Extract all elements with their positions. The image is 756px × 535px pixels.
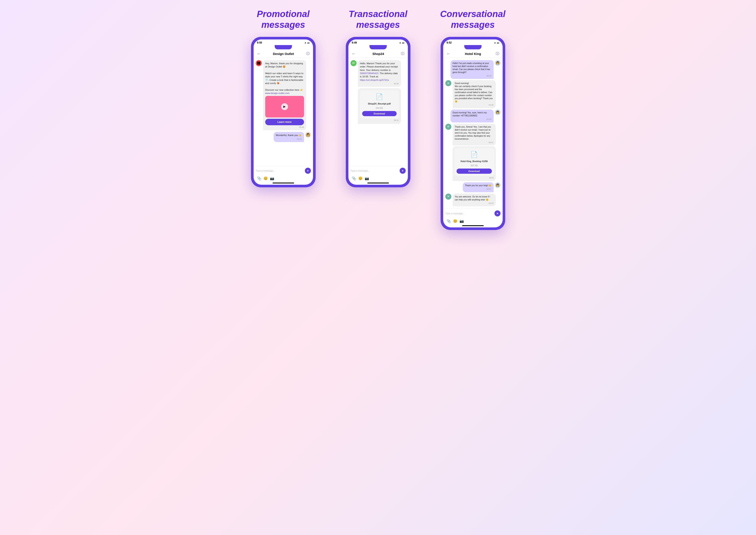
biz-avatar-2: 24 xyxy=(351,60,357,66)
file-attachment-1: 📄 Shop24_Receipt.pdf 244 KB Download xyxy=(360,90,399,119)
column-promotional: Promotionalmessages 9:50 ▲ ▬ ← Design Ou… xyxy=(240,9,326,187)
column-conversational: Conversationalmessages 9:52 ▲ ▬ ← Hotel … xyxy=(430,9,516,230)
bottom-icons-1: 📎 😊 📷 xyxy=(254,176,313,182)
learn-more-button[interactable]: Learn more xyxy=(265,119,304,125)
column-transactional: Transactionalmessages 9:49 ▲ ▬ ← Shop24 … xyxy=(335,9,421,187)
back-arrow-2[interactable]: ← xyxy=(352,51,356,56)
file-bubble-hotel: 📄 Hotel King_Booking #1256 347 KB Downlo… xyxy=(453,146,496,181)
emoji-icon-3[interactable]: 😊 xyxy=(453,219,457,223)
user-avatar-1: 👩 xyxy=(305,132,311,137)
conv-time-2: 09:48 xyxy=(455,104,494,106)
bubble-time-1: 09:48 xyxy=(265,126,304,129)
conv-text-1: Hello! I've just made a booking at your … xyxy=(450,60,494,79)
home-bar-2 xyxy=(367,183,389,183)
bubble-time-2a: 09:30 xyxy=(360,82,399,85)
transactional-title: Transactionalmessages xyxy=(349,9,407,30)
bubble-time-user-1: 09:49 xyxy=(276,138,302,141)
chat-area-1: 🅾 Hey, Marion, thank you for shopping at… xyxy=(254,58,313,166)
input-placeholder-1[interactable]: Type a message... xyxy=(256,169,303,172)
phone-conversational: 9:52 ▲ ▬ ← Hotel King ⓘ Hello! xyxy=(441,37,505,230)
main-container: Promotionalmessages 9:50 ▲ ▬ ← Design Ou… xyxy=(238,9,518,230)
input-bar-3: Type a message... ➤ xyxy=(443,209,503,218)
bubble-user-reply-1: Wonderful, thank you 🤙 09:49 👩 xyxy=(256,132,311,142)
emoji-icon-2[interactable]: 😊 xyxy=(358,176,363,181)
link-design-outlet[interactable]: www.design-outlet.com xyxy=(265,92,289,95)
conv-text-5: Thank you for your help! 🙂 09:52 xyxy=(463,183,494,192)
biz-avatar-hotel-1: H xyxy=(445,80,451,86)
conv-text-3: Good morning! Yes, sure, here's my numbe… xyxy=(450,109,494,123)
chat-area-3: Hello! I've just made a booking at your … xyxy=(443,58,503,209)
file-name-hotel: Hotel King_Booking #1256 xyxy=(460,160,488,163)
conv-text-4: Thank you, Sirena! Yes, I see that you d… xyxy=(453,124,496,146)
conv-time-4: 09:51 xyxy=(455,141,494,144)
send-button-2[interactable]: ➤ xyxy=(400,168,406,174)
conversational-title: Conversationalmessages xyxy=(440,9,505,30)
wifi-icon-1: ▲ xyxy=(305,42,307,44)
back-arrow-3[interactable]: ← xyxy=(446,51,450,56)
phone-time-3: 9:52 xyxy=(446,41,452,44)
conv-bubble-1: Hello! I've just made a booking at your … xyxy=(445,60,500,79)
conv-time-5: 09:52 xyxy=(465,188,491,190)
phone-time-2: 9:49 xyxy=(352,41,357,44)
file-name-1: Shop24_Receipt.pdf xyxy=(368,102,391,105)
conv-time-file: 09:51 xyxy=(454,177,494,179)
camera-icon-3[interactable]: 📷 xyxy=(460,219,464,223)
delivery-number: 59000708945423 xyxy=(360,72,379,74)
camera-icon-1[interactable]: 📷 xyxy=(270,176,274,181)
info-icon-1[interactable]: ⓘ xyxy=(306,51,310,56)
file-size-1: 244 KB xyxy=(376,107,383,110)
wifi-icon-2: ▲ xyxy=(399,42,401,44)
battery-icon-1: ▬ xyxy=(308,42,310,44)
emoji-icon-1[interactable]: 😊 xyxy=(263,176,268,181)
conv-bubble-2: H Good morning! We can certainly check i… xyxy=(445,80,500,108)
bottom-icons-3: 📎 😊 📷 xyxy=(443,218,503,224)
input-bar-1: Type a message... ➤ xyxy=(254,166,313,176)
file-icon-1: 📄 xyxy=(375,93,383,101)
play-button[interactable]: ▶ xyxy=(281,103,288,110)
biz-avatar-hotel-3: H xyxy=(445,194,451,200)
conv-time-3: 09:49 xyxy=(453,118,491,121)
biz-avatar-hotel-2: H xyxy=(445,124,451,130)
download-button-1[interactable]: Download xyxy=(362,111,397,116)
app-header-1: ← Design Outlet ⓘ xyxy=(254,50,313,58)
conv-bubble-5: Thank you for your help! 🙂 09:52 👩 xyxy=(445,183,500,192)
promotional-title: Promotionalmessages xyxy=(257,9,310,30)
bubble-promo-1: 🅾 Hey, Marion, thank you for shopping at… xyxy=(256,60,311,130)
battery-icon-3: ▬ xyxy=(497,42,499,44)
tracking-link[interactable]: https://url.shop24.np/h7i31x xyxy=(360,79,389,81)
media-video: ▶ xyxy=(265,96,304,118)
info-icon-3[interactable]: ⓘ xyxy=(496,51,499,56)
user-avatar-3c: 👩 xyxy=(495,183,500,188)
conv-bubble-6: H You are welcome. Do let me know if I c… xyxy=(445,194,500,207)
bubble-time-2b: 09:31 xyxy=(360,119,399,122)
app-header-2: ← Shop24 ⓘ xyxy=(348,50,408,58)
input-placeholder-3[interactable]: Type a message... xyxy=(445,212,493,215)
bubble-text-promo: Hey, Marion, thank you for shopping at D… xyxy=(263,60,306,130)
send-button-3[interactable]: ➤ xyxy=(495,211,500,216)
conv-bubble-4: H Thank you, Sirena! Yes, I see that you… xyxy=(445,124,500,181)
user-avatar-3b: 👩 xyxy=(495,109,500,115)
bottom-icons-2: 📎 😊 📷 xyxy=(348,176,408,182)
bubble-text-transact: Hello, Marion! Thank you for your order.… xyxy=(358,60,401,87)
camera-icon-2[interactable]: 📷 xyxy=(365,176,369,181)
contact-name-2: Shop24 xyxy=(356,52,401,56)
user-avatar-3a: 👩 xyxy=(495,60,500,66)
bubble-text-user-1: Wonderful, thank you 🤙 09:49 xyxy=(274,132,304,142)
phone-time-1: 9:50 xyxy=(257,41,262,44)
download-button-hotel[interactable]: Download xyxy=(456,169,492,174)
attach-icon-2[interactable]: 📎 xyxy=(352,176,356,181)
conv-text-6: You are welcome. Do let me know if I can… xyxy=(453,194,496,207)
home-bar-3 xyxy=(462,225,484,226)
attach-icon-3[interactable]: 📎 xyxy=(446,219,451,223)
info-icon-2[interactable]: ⓘ xyxy=(401,51,404,56)
back-arrow-1[interactable]: ← xyxy=(257,51,261,56)
input-bar-2: Type a message... ➤ xyxy=(348,166,408,176)
conv-time-6: 09:53 xyxy=(455,202,494,205)
chat-area-2: 24 Hello, Marion! Thank you for your ord… xyxy=(348,58,408,166)
phone-promotional: 9:50 ▲ ▬ ← Design Outlet ⓘ 🅾 xyxy=(251,37,316,187)
file-attachment-hotel: 📄 Hotel King_Booking #1256 347 KB Downlo… xyxy=(454,148,494,176)
attach-icon-1[interactable]: 📎 xyxy=(257,176,261,181)
send-button-1[interactable]: ➤ xyxy=(305,168,311,174)
input-placeholder-2[interactable]: Type a message... xyxy=(351,169,398,172)
phone-transactional: 9:49 ▲ ▬ ← Shop24 ⓘ 24 xyxy=(346,37,410,187)
